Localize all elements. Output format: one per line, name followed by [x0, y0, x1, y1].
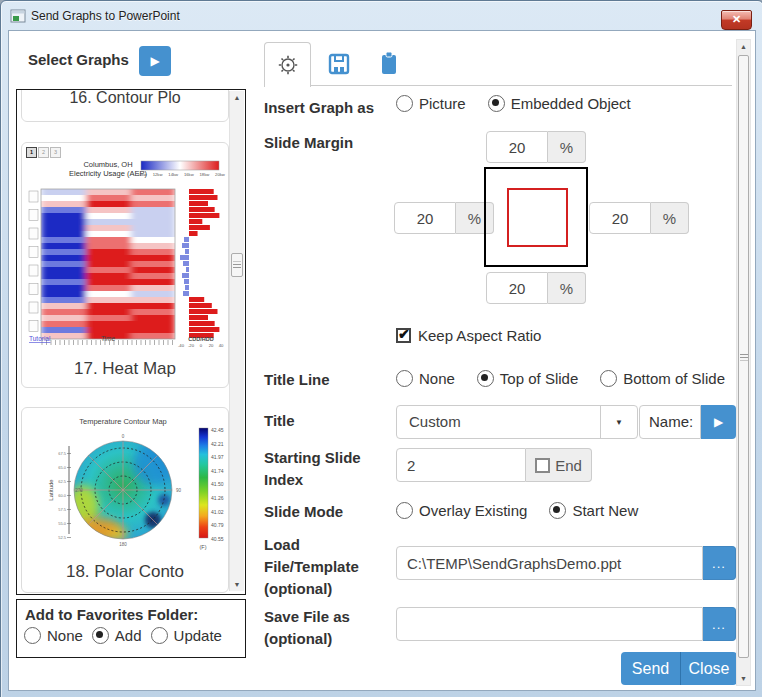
- tick-label: 67.5: [58, 451, 67, 456]
- tick-label: 12kw: [153, 172, 164, 177]
- tab-clipboard[interactable]: [377, 51, 401, 75]
- margin-preview-rect: [507, 188, 568, 247]
- radio-circle[interactable]: [549, 502, 566, 519]
- pager-button-3[interactable]: 3: [50, 147, 61, 158]
- tick-label: 41.26: [211, 495, 224, 501]
- heatmap-title-1: Columbus, OH: [83, 160, 132, 169]
- tick-label: 65.0: [58, 465, 67, 470]
- starting-slide-index-group: End: [396, 448, 592, 482]
- margin-right-group: %: [589, 202, 689, 234]
- list-scrollbar-thumb[interactable]: [231, 253, 243, 277]
- scroll-down-icon[interactable]: ▼: [737, 672, 750, 685]
- radio-circle[interactable]: [600, 370, 617, 387]
- favorites-radio-group: NoneAddUpdate: [24, 627, 231, 644]
- pager-button-1[interactable]: 1: [26, 147, 37, 158]
- scroll-up-icon[interactable]: ▲: [230, 91, 244, 104]
- select-graphs-button[interactable]: ▶: [139, 46, 171, 76]
- save-file-label: Save File as (optional): [264, 606, 390, 650]
- tick-label: 40.79: [211, 522, 224, 528]
- tutorial-link[interactable]: Tutorial: [29, 335, 51, 342]
- radio-bottom-of-slide[interactable]: Bottom of Slide: [600, 370, 725, 387]
- polar-angle-right: 90: [176, 488, 182, 493]
- graph-item-17[interactable]: 1 2 3 Columbus, OH Electricity Usage (AE…: [21, 142, 229, 388]
- radio-circle[interactable]: [488, 95, 505, 112]
- heatmap-title-2: Electricity Usage (AEP): [69, 169, 147, 178]
- graph-caption: 18. Polar Conto: [22, 562, 228, 582]
- save-file-input[interactable]: [396, 607, 703, 641]
- tick-label: 41.97: [211, 454, 224, 460]
- favorites-panel: Add to Favorites Folder: NoneAddUpdate: [16, 599, 246, 658]
- margin-top-input[interactable]: [486, 131, 548, 163]
- margin-left-input[interactable]: [394, 202, 456, 234]
- radio-circle[interactable]: [396, 95, 413, 112]
- radio-label: None: [419, 370, 455, 387]
- tab-save[interactable]: [327, 52, 351, 76]
- title-name-field[interactable]: Name:: [639, 405, 701, 439]
- window-title: Send Graphs to PowerPoint: [31, 9, 180, 23]
- heatmap-xlabel: Time: [101, 335, 116, 342]
- polar-ylabel: Latitude: [48, 479, 54, 501]
- graph-item-16[interactable]: 16. Contour Plo: [21, 89, 229, 122]
- margin-right-input[interactable]: [589, 202, 651, 234]
- radio-circle[interactable]: [24, 627, 41, 644]
- graph-caption: 16. Contour Plo: [22, 89, 228, 107]
- close-icon[interactable]: ✕: [721, 10, 752, 30]
- tick-label: 18kw: [200, 172, 211, 177]
- radio-circle[interactable]: [396, 502, 413, 519]
- slide-mode-label: Slide Mode: [264, 501, 390, 523]
- send-button[interactable]: Send: [621, 652, 681, 685]
- radio-start-new[interactable]: Start New: [549, 502, 638, 519]
- title-apply-button[interactable]: ▶: [701, 405, 736, 439]
- radio-none[interactable]: None: [396, 370, 455, 387]
- margin-bottom-group: %: [486, 272, 586, 304]
- radio-circle[interactable]: [396, 370, 413, 387]
- polar-angle-bottom: 180: [119, 542, 127, 547]
- app-icon: [10, 8, 26, 24]
- load-file-input[interactable]: [396, 546, 703, 580]
- keep-aspect-ratio-checkbox[interactable]: [396, 328, 411, 343]
- radio-overlay-existing[interactable]: Overlay Existing: [396, 502, 527, 519]
- load-file-browse-button[interactable]: ...: [703, 546, 736, 580]
- dialog-client-area: Select Graphs ▶ 16. Contour Plo 1 2 3: [9, 31, 755, 690]
- radio-embedded-object[interactable]: Embedded Object: [488, 95, 631, 112]
- list-scrollbar[interactable]: ▲ ▼: [229, 91, 244, 591]
- favorites-label: Add to Favorites Folder:: [25, 606, 198, 623]
- polar-angle-top: 0: [122, 434, 125, 439]
- play-icon: ▶: [714, 415, 723, 429]
- dialog-window: Send Graphs to PowerPoint ✕ Select Graph…: [0, 0, 762, 697]
- margin-bottom-input[interactable]: [486, 272, 548, 304]
- slide-margin-label: Slide Margin: [264, 132, 390, 154]
- close-button[interactable]: Close: [681, 652, 737, 685]
- tab-settings[interactable]: [264, 42, 311, 87]
- tick-label: 41.50: [211, 481, 224, 487]
- slide-margin-preview: [484, 167, 588, 267]
- radio-circle[interactable]: [92, 627, 109, 644]
- radio-add[interactable]: Add: [92, 627, 142, 644]
- pager-button-2[interactable]: 2: [38, 147, 49, 158]
- polar-thumbnail: Temperature Contour Map: [23, 412, 227, 560]
- radio-picture[interactable]: Picture: [396, 95, 466, 112]
- radio-top-of-slide[interactable]: Top of Slide: [477, 370, 578, 387]
- tick-label: 52.5: [58, 535, 67, 540]
- tick-label: 20kw: [215, 172, 226, 177]
- dialog-scrollbar-thumb[interactable]: [738, 55, 749, 658]
- graph-item-18[interactable]: Temperature Contour Map: [21, 407, 229, 593]
- title-dropdown[interactable]: Custom ▼: [396, 405, 638, 439]
- radio-circle[interactable]: [151, 627, 168, 644]
- action-buttons: Send Close: [621, 652, 737, 685]
- radio-update[interactable]: Update: [151, 627, 222, 644]
- scroll-down-icon[interactable]: ▼: [230, 578, 244, 591]
- radio-circle[interactable]: [477, 370, 494, 387]
- radio-label: Overlay Existing: [419, 502, 527, 519]
- tick-label: 40.55: [211, 536, 224, 542]
- scroll-up-icon[interactable]: ▲: [737, 40, 750, 53]
- save-file-browse-button[interactable]: ...: [703, 607, 736, 641]
- keep-aspect-ratio[interactable]: Keep Aspect Ratio: [396, 327, 541, 344]
- chevron-down-icon[interactable]: ▼: [600, 406, 637, 438]
- starting-slide-index-input[interactable]: [396, 448, 526, 482]
- dialog-scrollbar[interactable]: ▲ ▼: [736, 39, 751, 686]
- load-file-group: ...: [396, 546, 736, 580]
- radio-label: Bottom of Slide: [623, 370, 725, 387]
- radio-none[interactable]: None: [24, 627, 83, 644]
- end-checkbox[interactable]: [535, 458, 550, 473]
